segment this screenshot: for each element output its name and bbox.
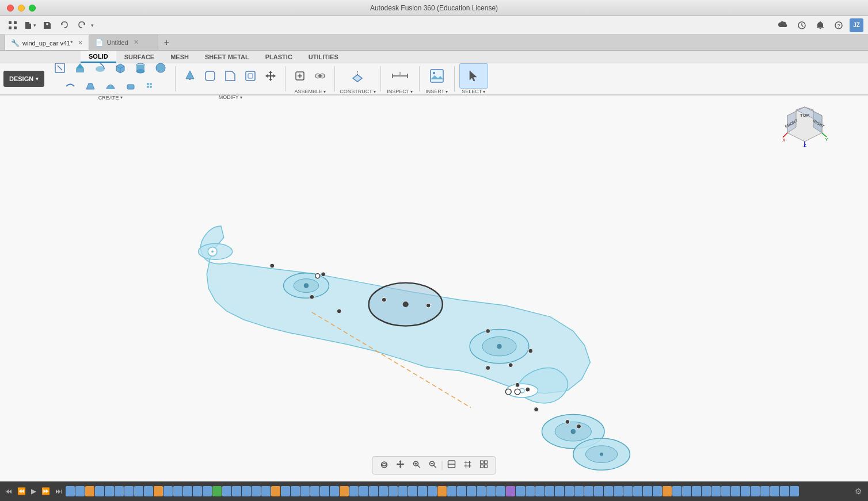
undo-button[interactable]: [56, 17, 73, 33]
loft-button[interactable]: [81, 78, 100, 94]
modify-label[interactable]: MODIFY ▾: [219, 94, 242, 100]
pattern-button[interactable]: [141, 78, 161, 94]
new-component-button[interactable]: [290, 63, 310, 89]
pan-icon[interactable]: [394, 458, 408, 472]
timeline-settings-icon[interactable]: ⚙: [852, 485, 865, 497]
svg-point-45: [433, 72, 435, 74]
app-title: Autodesk Fusion 360 (Education License): [370, 4, 498, 12]
svg-point-24: [147, 86, 149, 88]
new-tab-button[interactable]: +: [158, 35, 174, 50]
tab-label-wind-up-car: wind_up_car v41*: [22, 40, 73, 47]
cloud-icon[interactable]: [776, 18, 791, 33]
svg-point-99: [382, 462, 387, 468]
svg-point-86: [426, 303, 431, 308]
window-controls[interactable]: [7, 5, 36, 12]
svg-rect-115: [481, 465, 484, 468]
tab-untitled[interactable]: 📄 Untitled ✕: [89, 35, 158, 50]
orbit-icon[interactable]: [378, 459, 391, 472]
svg-marker-26: [186, 71, 194, 79]
select-group: SELECT ▾: [459, 63, 488, 94]
fillet-button[interactable]: [200, 63, 220, 89]
tab-utilities[interactable]: UTILITIES: [300, 51, 347, 63]
shell-button[interactable]: [241, 63, 260, 89]
file-menu-button[interactable]: ▾: [22, 17, 38, 33]
grid-icon[interactable]: [461, 458, 475, 472]
tab-mesh[interactable]: MESH: [162, 51, 197, 63]
display-settings-icon[interactable]: [445, 458, 459, 472]
user-avatar[interactable]: JZ: [850, 18, 863, 32]
insert-image-button[interactable]: [424, 63, 450, 89]
timeline-step-forward[interactable]: ⏩: [40, 486, 52, 496]
create-group: CREATE ▾: [50, 58, 170, 101]
svg-point-94: [565, 419, 570, 424]
assemble-label[interactable]: ASSEMBLE ▾: [294, 89, 326, 94]
zoom-window-icon[interactable]: [426, 458, 440, 472]
construct-plane-button[interactable]: [348, 63, 367, 89]
measure-button[interactable]: ||: [386, 63, 414, 89]
svg-rect-116: [485, 465, 488, 468]
clock-icon[interactable]: [794, 18, 809, 33]
svg-point-76: [571, 429, 576, 434]
press-pull-button[interactable]: [180, 63, 200, 89]
move-button[interactable]: [261, 63, 280, 89]
svg-marker-38: [353, 75, 362, 82]
sketch-viewport[interactable]: [0, 95, 868, 481]
timeline-go-end[interactable]: ⏭: [54, 486, 64, 496]
viewport-layout-icon[interactable]: [477, 458, 491, 472]
svg-rect-3: [14, 26, 17, 29]
timeline-go-start[interactable]: ⏮: [3, 486, 14, 496]
construct-group: CONSTRUCT ▾: [340, 63, 376, 94]
inspect-label[interactable]: INSPECT ▾: [387, 89, 413, 94]
tab-solid[interactable]: SOLID: [81, 51, 116, 63]
tab-label-untitled: Untitled: [106, 39, 128, 46]
svg-marker-20: [86, 83, 94, 89]
zoom-fit-icon[interactable]: [410, 458, 424, 472]
canvas-area[interactable]: TOP FRONT RIGHT Z X Y: [0, 95, 868, 481]
svg-rect-1: [14, 21, 17, 24]
minimize-button[interactable]: [18, 5, 25, 12]
insert-label[interactable]: INSERT ▾: [425, 89, 448, 94]
svg-point-22: [147, 83, 149, 85]
maximize-button[interactable]: [29, 5, 36, 12]
design-dropdown-button[interactable]: DESIGN ▾: [3, 71, 44, 87]
svg-point-66: [304, 284, 309, 288]
tab-wind-up-car[interactable]: 🔧 wind_up_car v41* ✕: [5, 35, 89, 50]
tab-plastic[interactable]: PLASTIC: [257, 51, 300, 63]
help-icon[interactable]: ?: [831, 18, 846, 33]
chamfer-button[interactable]: [220, 63, 240, 89]
create-label[interactable]: CREATE ▾: [98, 95, 123, 101]
construct-label[interactable]: CONSTRUCT ▾: [340, 89, 376, 94]
sweep-button[interactable]: [101, 78, 120, 94]
save-button[interactable]: [39, 17, 55, 33]
svg-text:?: ?: [837, 23, 840, 29]
svg-line-101: [418, 465, 420, 468]
svg-rect-114: [485, 461, 488, 464]
timeline-bar: ⏮ ⏪ ▶ ⏩ ⏭: [0, 481, 868, 501]
tab-sheet-metal[interactable]: SHEET METAL: [197, 51, 257, 63]
select-label[interactable]: SELECT ▾: [462, 89, 485, 94]
svg-point-87: [486, 329, 490, 334]
svg-point-81: [270, 263, 275, 268]
svg-rect-30: [246, 71, 255, 81]
notifications-icon[interactable]: [813, 18, 828, 33]
svg-text:||: ||: [399, 71, 401, 75]
timeline-play[interactable]: ▶: [29, 486, 38, 496]
redo-button[interactable]: [74, 17, 90, 33]
svg-point-23: [150, 83, 152, 85]
joint-button[interactable]: [310, 63, 330, 89]
svg-point-82: [321, 272, 326, 277]
apps-grid-icon[interactable]: [5, 17, 21, 33]
rib-button[interactable]: [121, 78, 140, 94]
svg-point-19: [156, 63, 165, 72]
tab-surface[interactable]: SURFACE: [116, 51, 163, 63]
svg-rect-31: [248, 74, 253, 78]
select-button[interactable]: [459, 63, 488, 89]
svg-point-98: [515, 389, 520, 395]
timeline-step-back[interactable]: ⏪: [16, 486, 28, 496]
svg-point-63: [211, 250, 214, 253]
svg-point-83: [310, 295, 314, 299]
tab-close-untitled[interactable]: ✕: [134, 39, 139, 46]
tab-close-wind-up-car[interactable]: ✕: [78, 39, 83, 47]
pipe-button[interactable]: [60, 78, 80, 94]
close-button[interactable]: [7, 5, 14, 12]
